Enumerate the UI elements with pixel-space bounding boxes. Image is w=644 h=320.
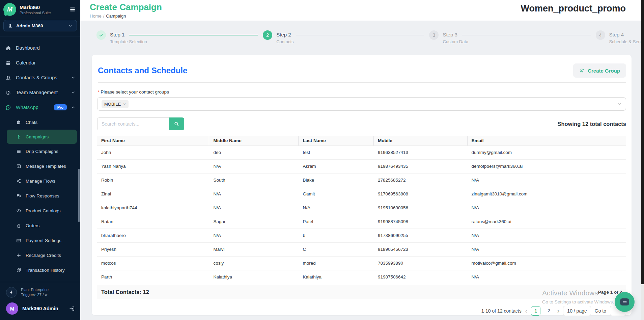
sidebar-item-orders[interactable]: Orders	[0, 218, 80, 233]
bolt-icon	[6, 287, 17, 298]
step-1-circle	[96, 30, 106, 40]
sidebar-item-label: Campaigns	[26, 134, 49, 139]
logout-icon[interactable]	[69, 306, 75, 312]
table-row[interactable]: Ratan Sagar Patel 919988745098 ratans@ma…	[97, 215, 626, 229]
chat-widget-button[interactable]	[615, 292, 635, 312]
sidebar-item-recharge-credits[interactable]: Recharge Credits	[0, 248, 80, 263]
table-row[interactable]: John deo test 919638527413 dummy@gmail.c…	[97, 146, 626, 160]
sidebar-item-label: Team Management	[16, 90, 58, 95]
chat-icon	[16, 120, 21, 125]
admin-label: Admin M360	[16, 23, 43, 28]
step-connector	[296, 35, 425, 35]
sidebar: M Mark360 Professional Suite Admin M360 …	[0, 0, 80, 320]
breadcrumb-home-link[interactable]: Home	[90, 14, 102, 19]
step-4[interactable]: 4 Step 4Schedule & Send	[596, 30, 624, 40]
table-row[interactable]: Zinal N/A Gamit 917069563808 zinalgamit3…	[97, 187, 626, 201]
sidebar-item-label: Payment Settings	[26, 238, 61, 243]
admin-dropdown[interactable]: Admin M360	[3, 20, 77, 31]
sidebar-footer: Plan: Enterprise Triggers: 27 / ∞ M Mark…	[0, 282, 80, 320]
sidebar-item-dashboard[interactable]: Dashboard	[0, 41, 80, 55]
step-sublabel: Custom Data	[443, 39, 468, 44]
selected-group-chip: MOBILE ×	[102, 100, 129, 108]
sidebar-item-label: Drip Campaigns	[26, 149, 58, 154]
sidebar-item-label: Transaction History	[26, 268, 65, 273]
table-footer: Total Contacts: 12 Page 1 of 2	[97, 285, 626, 299]
create-group-button[interactable]: Create Group	[573, 63, 626, 78]
sidebar-item-drip-campaigns[interactable]: Drip Campaigns	[0, 144, 80, 159]
page-scrollbar-thumb[interactable]	[641, 0, 644, 284]
sidebar-nav: Dashboard Calendar Contacts & Groups Tea…	[0, 36, 80, 277]
create-group-label: Create Group	[588, 68, 620, 74]
search-input[interactable]	[97, 117, 169, 130]
sidebar-item-calendar[interactable]: Calendar	[0, 55, 80, 70]
total-contacts: Total Contacts: 12	[101, 289, 149, 295]
sidebar-item-label: Orders	[26, 223, 39, 228]
sidebar-item-team-management[interactable]: Team Management	[0, 85, 80, 100]
contact-groups-select[interactable]: MOBILE ×	[97, 97, 626, 111]
table-row[interactable]: Robin South Blake 27825685272 N/A	[97, 174, 626, 187]
pagination: 1-10 of 12 contacts ‹ 1 2 › 10 / page Go…	[92, 306, 626, 316]
breadcrumb-current: Campaign	[106, 14, 126, 19]
step-label: Step 2	[276, 32, 291, 37]
contacts-card: Contacts and Schedule Create Group *Plea…	[92, 55, 632, 315]
chevron-down-icon	[71, 75, 76, 80]
steps-bar: Step 1Template Selection 2 Step 2Contact…	[80, 21, 644, 50]
prev-page-button[interactable]: ‹	[525, 307, 527, 315]
sidebar-item-payment-settings[interactable]: Payment Settings	[0, 233, 80, 248]
sidebar-divider	[0, 282, 80, 282]
table-row[interactable]: Parth Kalathiya Kalathiya 91987506642 N/…	[97, 270, 626, 284]
page-scrollbar[interactable]	[641, 0, 644, 320]
table-row[interactable]: Priyesh Marvi C 918905456723 N/A	[97, 243, 626, 257]
page-size-select[interactable]: 10 / page	[563, 306, 591, 316]
search-button[interactable]	[169, 117, 184, 130]
table-row[interactable]: Yash Nariya N/A Akram 919876493435 demof…	[97, 160, 626, 174]
showing-count: Showing 12 total contacts	[557, 121, 626, 127]
breadcrumb-separator: /	[103, 14, 105, 19]
sidebar-item-whatsapp[interactable]: WhatsApp Pro	[0, 100, 80, 115]
page-2-button[interactable]: 2	[544, 306, 554, 316]
table-row[interactable]: bharathaero N/A b 917386090255 N/A	[97, 229, 626, 243]
step-sublabel: Schedule & Send	[609, 39, 643, 44]
contacts-table: First Name Middle Name Last Name Mobile …	[97, 136, 626, 299]
required-mark: *	[98, 89, 100, 95]
brand-subtitle: Professional Suite	[20, 11, 51, 15]
goto-label: Go to	[595, 308, 606, 314]
sidebar-item-chats[interactable]: Chats	[0, 115, 80, 130]
table-row[interactable]: motcos cosly mored 7835993890 motivalco@…	[97, 257, 626, 270]
sidebar-item-transaction-history[interactable]: Transaction History	[0, 263, 80, 277]
sidebar-item-label: Message Templates	[26, 164, 66, 169]
col-middle-name: Middle Name	[209, 136, 299, 145]
page-1-button[interactable]: 1	[531, 306, 540, 316]
main-area: Create Campaign Home/Campaign Women_prod…	[80, 0, 644, 320]
step-2[interactable]: 2 Step 2Contacts	[263, 30, 291, 40]
history-icon	[16, 268, 21, 273]
add-group-icon	[579, 68, 585, 73]
sidebar-item-campaigns[interactable]: Campaigns	[7, 130, 77, 144]
eye-icon	[16, 208, 21, 213]
sidebar-item-manage-flows[interactable]: Manage Flows	[0, 174, 80, 188]
col-first-name: First Name	[97, 136, 209, 145]
sidebar-item-label: Dashboard	[16, 45, 40, 51]
sidebar-item-label: Contacts & Groups	[16, 75, 57, 80]
brand-name: Mark360	[20, 4, 51, 10]
step-number: 3	[433, 32, 436, 38]
sidebar-item-message-templates[interactable]: Message Templates	[0, 159, 80, 174]
menu-icon[interactable]	[69, 6, 76, 12]
avatar-letter: M	[10, 306, 15, 312]
sidebar-item-flow-responses[interactable]: Flow Responses	[0, 188, 80, 203]
step-number: 4	[599, 32, 602, 38]
table-row[interactable]: kalathiyaparth744 N/A N/A 919510690056 N…	[97, 201, 626, 215]
sidebar-scrollbar-thumb[interactable]	[78, 169, 80, 222]
remove-group-icon[interactable]: ×	[123, 102, 126, 106]
page-title: Create Campaign	[90, 2, 162, 12]
bag-icon	[16, 223, 21, 228]
step-2-circle: 2	[263, 30, 272, 40]
step-1[interactable]: Step 1Template Selection	[96, 30, 124, 40]
sidebar-item-label: WhatsApp	[16, 105, 38, 110]
sidebar-item-contacts-groups[interactable]: Contacts & Groups	[0, 70, 80, 85]
step-3[interactable]: 3 Step 3Custom Data	[429, 30, 457, 40]
sidebar-item-product-catalogs[interactable]: Product Catalogs	[0, 203, 80, 218]
plus-icon	[16, 253, 21, 258]
next-page-button[interactable]: ›	[557, 307, 559, 315]
team-icon	[5, 90, 11, 96]
